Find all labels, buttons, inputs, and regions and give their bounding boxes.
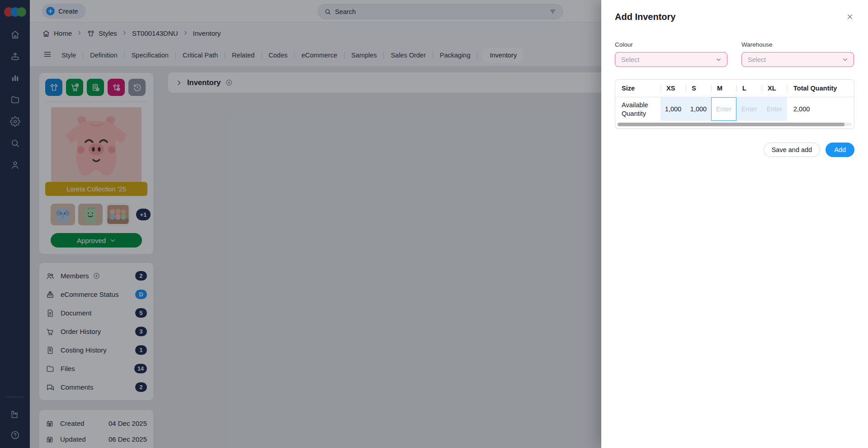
column-header-s: S xyxy=(686,80,711,97)
colour-select[interactable]: Select xyxy=(615,52,727,67)
select-placeholder: Select xyxy=(748,56,766,63)
close-icon xyxy=(846,13,854,20)
warehouse-field: Warehouse Select xyxy=(741,41,854,67)
column-header-total-quantity: Total Quantity xyxy=(787,80,854,97)
chevron-down-icon xyxy=(715,56,722,63)
add-button[interactable]: Add xyxy=(826,143,854,157)
column-header-size: Size xyxy=(615,80,660,97)
quantity-input-s[interactable] xyxy=(686,97,711,121)
quantity-input-m[interactable] xyxy=(711,97,736,121)
colour-label: Colour xyxy=(615,41,727,48)
total-quantity-value: 2,000 xyxy=(787,97,854,121)
table-header-row: Size XS S M L XL Total Quantity xyxy=(615,80,854,97)
colour-field: Colour Select xyxy=(615,41,727,67)
size-quantity-table: Size XS S M L XL Total Quantity Availabl… xyxy=(615,79,854,129)
close-button[interactable] xyxy=(845,13,854,22)
chevron-down-icon xyxy=(842,56,849,63)
column-header-l: L xyxy=(736,80,762,97)
select-placeholder: Select xyxy=(621,56,639,63)
available-quantity-row: Available Quantity 2,000 xyxy=(615,97,854,121)
table-scrollbar xyxy=(618,123,852,126)
save-and-add-button[interactable]: Save and add xyxy=(764,143,821,157)
modal-title: Add Inventory xyxy=(615,12,675,22)
add-inventory-modal: Add Inventory Colour Select Warehouse Se… xyxy=(601,0,868,448)
warehouse-select[interactable]: Select xyxy=(741,52,854,67)
quantity-input-xl[interactable] xyxy=(762,97,787,121)
column-header-xs: XS xyxy=(660,80,686,97)
quantity-input-xs[interactable] xyxy=(660,97,686,121)
row-label: Available Quantity xyxy=(615,97,660,121)
quantity-input-l[interactable] xyxy=(736,97,762,121)
column-header-m: M xyxy=(711,80,736,97)
table-scrollbar-thumb[interactable] xyxy=(618,123,844,126)
app-window: Create Home Styles ST000143DNU Inventory xyxy=(0,0,868,448)
column-header-xl: XL xyxy=(762,80,787,97)
warehouse-label: Warehouse xyxy=(741,41,854,48)
